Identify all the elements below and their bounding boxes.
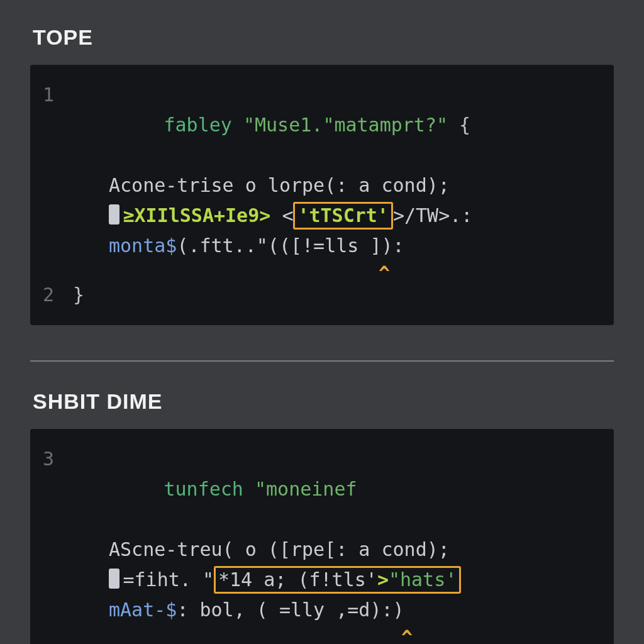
token: { [448,114,470,136]
line-number: 2 [43,280,73,310]
code-line: monta$(.ftt.."(([!=lls ]): [43,231,601,261]
token: =fiht. " [123,569,214,591]
text-cursor-icon [109,569,119,589]
code-line: =fiht. "*14 a; (f!tls'>"hats' [43,565,601,595]
code-content: fabley "Muse1."matamprt?" { [73,80,601,170]
token: (.ftt.."(([!=lls ]): [177,235,404,257]
token: : bol, ( =lly ,=d):) [177,599,404,621]
code-block-1[interactable]: 1 fabley "Muse1."matamprt?" { Acone-tris… [30,65,614,325]
code-line: AScne-treu( o ([rpe[: a cond); [43,535,601,565]
token: 'tTSCrt' [297,204,389,226]
page-root: TOPE 1 fabley "Muse1."matamprt?" { Acone… [0,0,644,644]
token: "moneinef [255,478,357,500]
token: Acone-trise o lorpe(: a cond); [109,174,450,196]
token: mAat-$ [109,599,177,621]
highlight-box: *14 a; (f!tls'>"hats' [214,566,461,594]
section-divider [30,360,614,362]
code-block-2[interactable]: 3 tunfech "moneinef AScne-treu( o ([rpe[… [30,429,614,644]
token: "Muse1. [243,114,323,136]
code-line: mAat-$: bol, ( =lly ,=d):) [43,595,601,625]
code-content: Acone-trise o lorpe(: a cond); [73,170,601,201]
code-content: ≥XIIlSSA+Ie9> <'tTSCrt'>/TW>.: [73,201,601,231]
code-content: monta$(.ftt.."(([!=lls ]): [73,231,601,261]
token: *14 a; (f!tls' [218,569,377,591]
code-content: AScne-treu( o ([rpe[: a cond); [73,535,601,565]
caret-row: ^ [43,625,601,644]
text-cursor-icon [109,204,119,225]
highlight-box: 'tTSCrt' [293,202,393,230]
code-line: 2 } [43,280,601,310]
token: ≥XIIlSSA+Ie9> [123,204,282,226]
code-line: 1 fabley "Muse1."matamprt?" { [43,80,601,170]
token: "matamprt?" [323,114,448,136]
token: "hats' [389,569,457,591]
token: fabley [164,114,243,136]
token: } [73,284,84,306]
code-content: tunfech "moneinef [73,444,601,535]
code-content: =fiht. "*14 a; (f!tls'>"hats' [73,565,601,595]
section-title-2: SHBIT DIME [33,389,614,414]
token: >/TW>.: [393,204,472,226]
code-content: } [73,280,601,310]
code-line: Acone-trise o lorpe(: a cond); [43,170,601,201]
token: > [377,569,389,591]
line-number: 3 [43,444,73,474]
line-number: 1 [43,80,73,110]
code-line: ≥XIIlSSA+Ie9> <'tTSCrt'>/TW>.: [43,201,601,231]
code-line: 3 tunfech "moneinef [43,444,601,535]
token: < [282,204,293,226]
token: AScne-treu( o ([rpe[: a cond); [109,538,450,560]
token: tunfech [164,478,255,500]
token: monta$ [109,235,177,257]
code-content: mAat-$: bol, ( =lly ,=d):) [73,595,601,625]
caret-up-icon: ^ [401,626,413,644]
section-title-1: TOPE [33,25,614,50]
